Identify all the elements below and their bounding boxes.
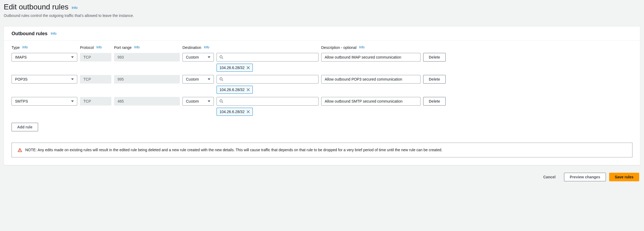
column-type-header: Type Info — [12, 45, 77, 50]
description-info-link[interactable]: Info — [359, 45, 364, 49]
type-select-value: POP3S — [15, 77, 28, 81]
svg-point-8 — [220, 100, 222, 102]
page-title-info-link[interactable]: Info — [72, 6, 78, 10]
port-range-field: 995 — [114, 75, 180, 84]
type-select[interactable]: SMTPS — [12, 97, 77, 106]
destination-tag: 104.26.6.28/32 — [217, 64, 253, 72]
chevron-down-icon — [71, 56, 74, 58]
protocol-info-link[interactable]: Info — [96, 45, 102, 49]
protocol-field: TCP — [80, 75, 111, 84]
destination-mode-select[interactable]: Custom — [182, 97, 214, 106]
type-select-value: SMTPS — [15, 99, 28, 103]
destination-tags: 104.26.6.28/32 — [217, 64, 319, 72]
rule-row: IMAPS TCP 993 Custom 10 — [12, 51, 632, 73]
rule-row: SMTPS TCP 465 Custom 10 — [12, 95, 632, 117]
chevron-down-icon — [71, 78, 74, 80]
svg-line-1 — [222, 58, 223, 59]
panel-title-info-link[interactable]: Info — [51, 31, 57, 35]
column-protocol-header: Protocol Info — [80, 45, 111, 50]
remove-tag-icon[interactable] — [247, 66, 250, 69]
save-rules-button[interactable]: Save rules — [609, 173, 639, 181]
destination-search[interactable] — [217, 75, 319, 84]
destination-tag: 104.26.6.28/32 — [217, 108, 253, 116]
destination-tag-text: 104.26.6.28/32 — [219, 66, 244, 70]
port-range-field: 465 — [114, 97, 180, 106]
cancel-button[interactable]: Cancel — [538, 173, 561, 181]
svg-line-5 — [222, 80, 223, 81]
destination-info-link[interactable]: Info — [204, 45, 209, 49]
destination-mode-select[interactable]: Custom — [182, 75, 214, 84]
page-title: Edit outbound rules — [4, 3, 68, 11]
destination-search-input[interactable] — [225, 55, 316, 59]
search-icon — [219, 77, 223, 81]
search-icon — [219, 99, 223, 103]
destination-tag-text: 104.26.6.28/32 — [219, 88, 244, 92]
rules-column-headers: Type Info Protocol Info Port range Info … — [12, 43, 632, 51]
chevron-down-icon — [208, 100, 210, 102]
destination-mode-value: Custom — [186, 77, 199, 81]
type-info-link[interactable]: Info — [22, 45, 28, 49]
footer-actions: Cancel Preview changes Save rules — [4, 173, 640, 181]
page-header: Edit outbound rules Info Outbound rules … — [4, 3, 640, 18]
outbound-rules-panel: Outbound rules Info Type Info Protocol I… — [4, 26, 640, 165]
warning-icon — [18, 148, 22, 152]
destination-mode-select[interactable]: Custom — [182, 53, 214, 62]
remove-tag-icon[interactable] — [247, 88, 250, 91]
destination-tag-text: 104.26.6.28/32 — [219, 110, 244, 114]
destination-tags: 104.26.6.28/32 — [217, 86, 319, 94]
svg-point-13 — [20, 151, 20, 151]
destination-tag: 104.26.6.28/32 — [217, 86, 253, 94]
destination-tags: 104.26.6.28/32 — [217, 108, 319, 116]
port-range-field: 993 — [114, 53, 180, 62]
protocol-field: TCP — [80, 53, 111, 62]
destination-mode-value: Custom — [186, 99, 199, 103]
column-destination-header: Destination Info — [182, 45, 214, 50]
protocol-field: TCP — [80, 97, 111, 106]
destination-search-input[interactable] — [225, 99, 316, 103]
chevron-down-icon — [71, 100, 74, 102]
type-select[interactable]: IMAPS — [12, 53, 77, 62]
destination-mode-value: Custom — [186, 55, 199, 59]
column-port-header: Port range Info — [114, 45, 180, 50]
destination-search-input[interactable] — [225, 77, 316, 81]
description-input[interactable] — [321, 75, 420, 84]
type-select[interactable]: POP3S — [12, 75, 77, 84]
search-icon — [219, 55, 223, 59]
type-select-value: IMAPS — [15, 55, 27, 59]
warning-alert: NOTE: Any edits made on existing rules w… — [12, 143, 632, 157]
description-input[interactable] — [321, 53, 420, 62]
preview-changes-button[interactable]: Preview changes — [564, 173, 606, 181]
panel-header: Outbound rules Info — [4, 27, 640, 41]
panel-title: Outbound rules — [12, 31, 47, 36]
destination-search[interactable] — [217, 97, 319, 106]
delete-rule-button[interactable]: Delete — [423, 97, 446, 106]
add-rule-button[interactable]: Add rule — [12, 123, 38, 131]
warning-text: NOTE: Any edits made on existing rules w… — [25, 148, 442, 152]
svg-point-0 — [220, 56, 222, 58]
port-info-link[interactable]: Info — [134, 45, 140, 49]
delete-rule-button[interactable]: Delete — [423, 75, 446, 84]
rule-row: POP3S TCP 995 Custom 10 — [12, 73, 632, 95]
chevron-down-icon — [208, 56, 210, 58]
chevron-down-icon — [208, 78, 210, 80]
description-input[interactable] — [321, 97, 420, 106]
page-subtitle: Outbound rules control the outgoing traf… — [4, 13, 640, 18]
column-description-header: Description - optional Info — [321, 45, 420, 50]
remove-tag-icon[interactable] — [247, 110, 250, 113]
delete-rule-button[interactable]: Delete — [423, 53, 446, 62]
svg-line-9 — [222, 102, 223, 103]
svg-point-4 — [220, 78, 222, 80]
destination-search[interactable] — [217, 53, 319, 62]
